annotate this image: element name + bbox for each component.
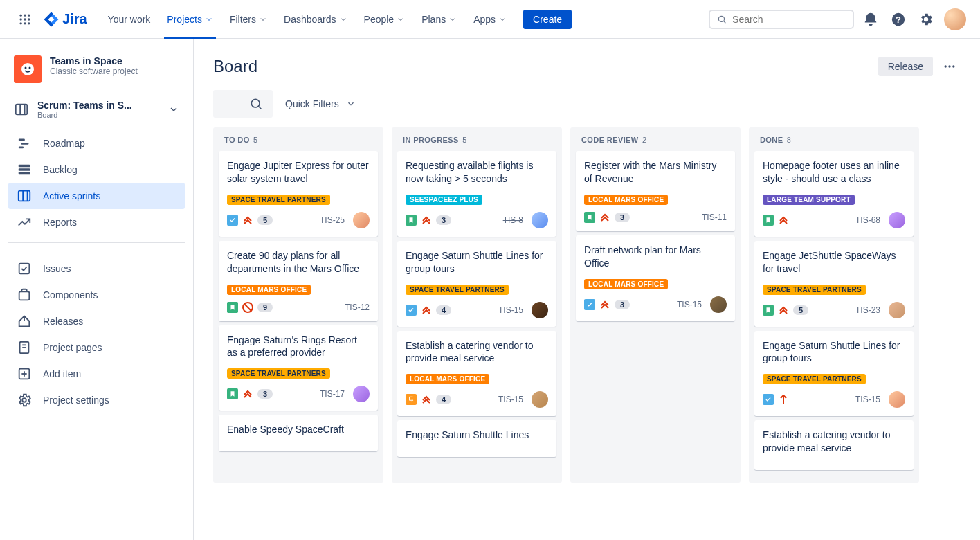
sidebar-item-active-sprints[interactable]: Active sprints	[8, 183, 185, 209]
chevron-down-icon	[259, 15, 267, 24]
issue-card[interactable]: Establish a catering vendor to provide m…	[397, 331, 556, 417]
board-search-button[interactable]	[213, 90, 273, 118]
issue-card[interactable]: Engage JetShuttle SpaceWays for travelSP…	[754, 241, 914, 327]
nav-item-filters[interactable]: Filters	[223, 0, 274, 39]
sidebar-item-add-item[interactable]: Add item	[8, 361, 185, 387]
card-title: Create 90 day plans for all departments …	[227, 249, 370, 276]
assignee-avatar[interactable]	[889, 391, 905, 408]
epic-tag: LOCAL MARS OFFICE	[227, 285, 311, 295]
notifications-icon[interactable]	[860, 8, 882, 30]
sidebar-item-label: Add item	[43, 368, 81, 379]
assignee-avatar[interactable]	[532, 212, 548, 228]
issue-card[interactable]: Homepage footer uses an inline style - s…	[754, 151, 914, 237]
svg-point-6	[20, 22, 22, 24]
card-footer: 3TIS-11	[584, 212, 727, 223]
chevron-down-icon	[168, 104, 179, 115]
project-icon	[14, 55, 42, 83]
blocker-icon	[242, 302, 253, 313]
issue-card[interactable]: Engage Saturn Shuttle Lines	[397, 420, 556, 457]
issue-card[interactable]: Register with the Mars Ministry of Reven…	[576, 151, 735, 231]
nav-item-people[interactable]: People	[357, 0, 412, 39]
sidebar-item-project-settings[interactable]: Project settings	[8, 387, 185, 413]
card-footer: 4TIS-15	[406, 302, 548, 318]
epic-tag: LOCAL MARS OFFICE	[406, 374, 489, 384]
epic-tag: LOCAL MARS OFFICE	[584, 195, 668, 205]
chevron-down-icon	[339, 15, 347, 24]
issue-card[interactable]: Engage Saturn Shuttle Lines for group to…	[397, 241, 556, 327]
column-in-progress: IN PROGRESS 5Requesting available flight…	[392, 127, 562, 483]
sidebar-item-backlog[interactable]: Backlog	[8, 156, 185, 183]
issue-card[interactable]: Engage Saturn Shuttle Lines for group to…	[754, 331, 914, 417]
estimate-badge: 9	[257, 303, 273, 312]
issue-key: TIS-15	[677, 300, 702, 309]
assignee-avatar[interactable]	[353, 212, 370, 228]
components-icon	[17, 287, 32, 303]
svg-rect-23	[19, 168, 30, 171]
sidebar-item-releases[interactable]: Releases	[8, 308, 185, 334]
estimate-badge: 3	[436, 215, 451, 225]
user-avatar[interactable]	[944, 8, 966, 30]
task-type-icon	[227, 215, 238, 226]
jira-logo[interactable]: Jira	[43, 11, 87, 28]
svg-line-10	[724, 21, 726, 23]
nav-item-projects[interactable]: Projects	[160, 0, 220, 39]
svg-rect-21	[19, 147, 24, 149]
global-search[interactable]	[709, 10, 854, 29]
issue-card[interactable]: Create 90 day plans for all departments …	[219, 241, 378, 321]
sidebar-item-label: Project settings	[43, 395, 109, 406]
issue-key: TIS-12	[345, 303, 370, 312]
board-selector[interactable]: Scrum: Teams in S... Board	[8, 94, 185, 125]
sidebar-item-project-pages[interactable]: Project pages	[8, 334, 185, 361]
sidebar-item-components[interactable]: Components	[8, 282, 185, 308]
priority-highest-icon	[599, 299, 610, 310]
card-footer: 3TIS-8	[406, 212, 548, 228]
card-title: Homepage footer uses an inline style - s…	[763, 159, 905, 186]
project-header[interactable]: Teams in Space Classic software project	[8, 55, 185, 94]
board-columns: TO DO 5Engage Jupiter Express for outer …	[213, 127, 961, 483]
issue-card[interactable]: Engage Saturn's Rings Resort as a prefer…	[219, 325, 378, 411]
sidebar-item-reports[interactable]: Reports	[8, 209, 185, 235]
card-title: Engage Saturn Shuttle Lines	[406, 429, 548, 442]
help-icon[interactable]: ?	[887, 8, 909, 30]
search-input[interactable]	[732, 14, 846, 25]
sidebar-item-label: Components	[43, 289, 98, 300]
assignee-avatar[interactable]	[710, 296, 727, 313]
release-button[interactable]: Release	[878, 57, 933, 76]
epic-tag: SPACE TRAVEL PARTNERS	[227, 368, 330, 379]
create-button[interactable]: Create	[523, 10, 572, 29]
card-footer: TIS-68	[763, 212, 905, 228]
more-button[interactable]	[938, 55, 961, 78]
nav-item-your-work[interactable]: Your work	[101, 0, 158, 39]
sidebar-item-issues[interactable]: Issues	[8, 255, 185, 282]
svg-point-4	[24, 18, 26, 20]
sidebar-item-label: Issues	[43, 263, 71, 274]
svg-point-0	[20, 14, 22, 16]
sidebar-item-roadmap[interactable]: Roadmap	[8, 130, 185, 156]
assignee-avatar[interactable]	[889, 212, 905, 228]
issue-card[interactable]: Engage Jupiter Express for outer solar s…	[219, 151, 378, 237]
assignee-avatar[interactable]	[353, 386, 370, 402]
issue-card[interactable]: Establish a catering vendor to provide m…	[754, 420, 914, 470]
nav-item-dashboards[interactable]: Dashboards	[277, 0, 354, 39]
issue-key: TIS-23	[855, 305, 880, 315]
issue-key: TIS-11	[702, 213, 727, 222]
nav-item-plans[interactable]: Plans	[415, 0, 464, 39]
estimate-badge: 3	[257, 389, 273, 399]
task-type-icon	[584, 299, 595, 310]
settings-icon[interactable]	[915, 8, 937, 30]
svg-rect-29	[19, 291, 30, 300]
svg-rect-25	[19, 191, 30, 201]
assignee-avatar[interactable]	[532, 302, 548, 318]
nav-item-apps[interactable]: Apps	[466, 0, 514, 39]
quick-filters-dropdown[interactable]: Quick Filters	[285, 98, 356, 109]
issue-key: TIS-15	[855, 395, 880, 404]
issue-key: TIS-25	[320, 215, 345, 225]
issue-card[interactable]: Requesting available flights is now taki…	[397, 151, 556, 237]
issue-card[interactable]: Enable Speedy SpaceCraft	[219, 415, 378, 451]
assignee-avatar[interactable]	[532, 391, 548, 408]
assignee-avatar[interactable]	[889, 302, 905, 318]
issue-card[interactable]: Draft network plan for Mars OfficeLOCAL …	[576, 235, 735, 321]
task-type-icon	[406, 305, 417, 316]
app-switcher-icon[interactable]	[14, 8, 36, 30]
column-done: DONE 8Homepage footer uses an inline sty…	[749, 127, 919, 483]
